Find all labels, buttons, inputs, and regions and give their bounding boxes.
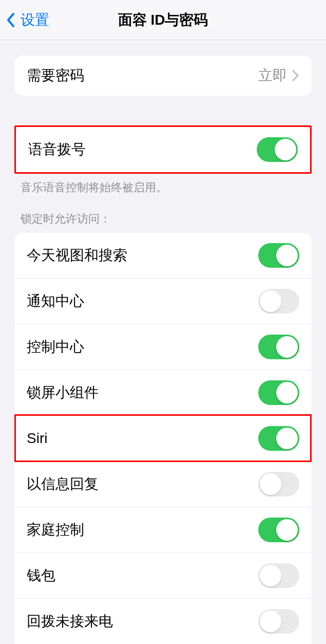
home-control-toggle-label: 家庭控制 (27, 520, 84, 540)
require-passcode-value: 立即 (258, 66, 287, 85)
reply-with-message-toggle-row: 以信息回复 (14, 462, 312, 507)
wallet-toggle-label: 钱包 (27, 566, 55, 585)
notification-center-toggle-label: 通知中心 (27, 291, 84, 311)
reply-with-message-toggle[interactable] (258, 472, 299, 496)
voice-dial-footer: 音乐语音控制将始终被启用。 (0, 174, 326, 196)
control-center-toggle-row: 控制中心 (14, 324, 312, 370)
back-button[interactable]: 设置 (0, 10, 49, 30)
access-when-locked-group: 今天视图和搜索通知中心控制中心锁屏小组件Siri以信息回复家庭控制钱包回拨未接来… (14, 233, 312, 644)
access-section-header: 锁定时允许访问： (0, 211, 326, 233)
lock-screen-widgets-toggle-row: 锁屏小组件 (14, 370, 312, 416)
lock-screen-widgets-toggle[interactable] (258, 380, 299, 405)
control-center-toggle-label: 控制中心 (27, 337, 84, 357)
back-label: 设置 (21, 10, 49, 30)
siri-toggle[interactable] (258, 426, 299, 451)
chevron-left-icon (6, 13, 15, 27)
return-missed-calls-toggle-label: 回拨未接来电 (27, 612, 113, 631)
wallet-toggle[interactable] (258, 563, 299, 588)
siri-toggle-label: Siri (27, 430, 47, 447)
require-passcode-row[interactable]: 需要密码 立即 (14, 56, 312, 96)
voice-dial-label: 语音拨号 (28, 140, 86, 159)
nav-header: 设置 面容 ID与密码 (0, 0, 326, 40)
today-view-toggle[interactable] (258, 243, 299, 268)
lock-screen-widgets-toggle-label: 锁屏小组件 (27, 383, 99, 402)
page-title: 面容 ID与密码 (118, 10, 208, 30)
voice-dial-row: 语音拨号 (16, 127, 310, 172)
voice-dial-highlight-box: 语音拨号 (14, 125, 312, 174)
return-missed-calls-toggle[interactable] (258, 609, 299, 634)
home-control-toggle-row: 家庭控制 (14, 507, 312, 553)
home-control-toggle[interactable] (258, 518, 299, 542)
notification-center-toggle[interactable] (258, 289, 299, 314)
reply-with-message-toggle-label: 以信息回复 (27, 474, 99, 494)
require-passcode-label: 需要密码 (27, 66, 84, 85)
today-view-toggle-row: 今天视图和搜索 (14, 233, 312, 279)
siri-toggle-row: Siri (14, 416, 312, 462)
notification-center-toggle-row: 通知中心 (14, 279, 312, 324)
wallet-toggle-row: 钱包 (14, 553, 312, 599)
return-missed-calls-toggle-row: 回拨未接来电 (14, 599, 312, 644)
require-passcode-group: 需要密码 立即 (14, 56, 312, 96)
voice-dial-toggle[interactable] (257, 137, 298, 162)
chevron-right-icon (292, 70, 299, 81)
control-center-toggle[interactable] (258, 335, 299, 359)
today-view-toggle-label: 今天视图和搜索 (27, 246, 127, 265)
